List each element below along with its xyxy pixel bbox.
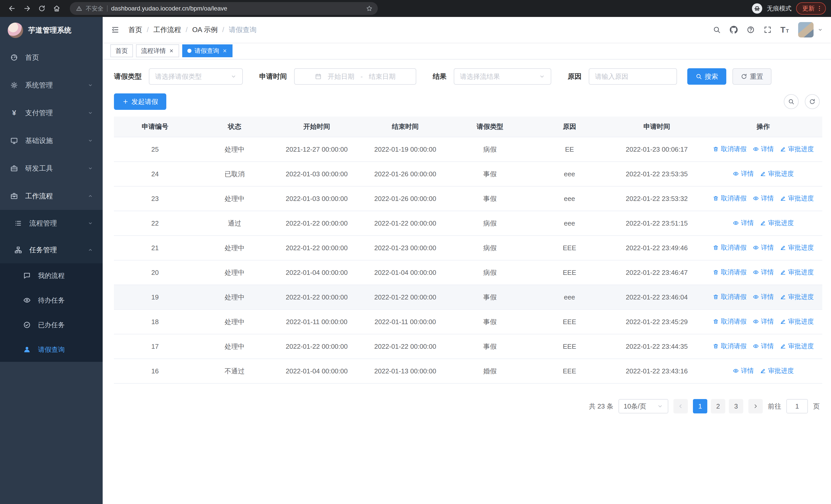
- bookmark-star-icon[interactable]: [366, 5, 373, 12]
- page-button-1[interactable]: 1: [693, 399, 707, 413]
- sidebar-item-my-process[interactable]: 我的流程: [0, 263, 103, 288]
- reset-button[interactable]: 重置: [733, 68, 771, 85]
- action-label: 取消请假: [721, 194, 747, 203]
- search-icon[interactable]: [713, 26, 721, 34]
- sidebar-item-todo-tasks[interactable]: 待办任务: [0, 288, 103, 313]
- collapse-sidebar-button[interactable]: [111, 25, 120, 34]
- help-icon[interactable]: [747, 26, 755, 34]
- cancel-leave-link[interactable]: 取消请假: [713, 293, 747, 301]
- create-leave-button[interactable]: 发起请假: [114, 93, 166, 110]
- detail-link[interactable]: 详情: [733, 169, 754, 178]
- user-avatar[interactable]: [798, 22, 813, 37]
- cancel-leave-link[interactable]: 取消请假: [713, 342, 747, 350]
- sidebar-item-infrastructure[interactable]: 基础设施: [0, 127, 103, 154]
- sidebar-item-leave-query[interactable]: 请假查询: [0, 337, 103, 362]
- page-button-2[interactable]: 2: [711, 399, 725, 413]
- approval-progress-link[interactable]: 审批进度: [760, 169, 794, 178]
- sidebar-item-devtools[interactable]: 研发工具: [0, 154, 103, 182]
- cancel-leave-link[interactable]: 取消请假: [713, 268, 747, 276]
- cell-id: 18: [114, 309, 196, 334]
- result-select[interactable]: 请选择流结果: [454, 68, 551, 85]
- fullscreen-icon[interactable]: [764, 26, 772, 34]
- sidebar-item-process-management[interactable]: 流程管理: [0, 210, 103, 237]
- cancel-leave-link[interactable]: 取消请假: [713, 194, 747, 203]
- sidebar-item-label: 我的流程: [38, 271, 65, 280]
- leave-type-label: 请假类型: [114, 72, 142, 81]
- security-label[interactable]: 不安全: [86, 5, 104, 12]
- sidebar-item-system[interactable]: 系统管理: [0, 71, 103, 99]
- browser-update-button[interactable]: 更新: [796, 2, 826, 14]
- breadcrumb-item[interactable]: 工作流程: [153, 25, 181, 34]
- detail-link[interactable]: 详情: [753, 293, 774, 301]
- goto-page-input[interactable]: [786, 399, 808, 413]
- approval-progress-link[interactable]: 审批进度: [760, 366, 794, 375]
- tab-leave-query[interactable]: 请假查询: [182, 45, 232, 57]
- toggle-search-button[interactable]: [784, 94, 799, 109]
- approval-progress-link[interactable]: 审批进度: [780, 194, 814, 203]
- reload-button[interactable]: [35, 2, 49, 16]
- prev-page-button[interactable]: [674, 399, 688, 413]
- cancel-leave-link[interactable]: 取消请假: [713, 145, 747, 153]
- app-logo[interactable]: 芋道管理系统: [0, 17, 103, 43]
- sidebar-item-task-management[interactable]: 任务管理: [0, 237, 103, 263]
- approval-progress-link[interactable]: 审批进度: [780, 145, 814, 153]
- eye-icon: [753, 244, 759, 251]
- page-size-select[interactable]: 10条/页: [619, 399, 668, 413]
- cell-leave-type: 病假: [450, 211, 530, 236]
- tab-home[interactable]: 首页: [110, 45, 133, 57]
- detail-link[interactable]: 详情: [753, 243, 774, 252]
- plus-icon: [122, 98, 129, 105]
- forward-button[interactable]: [20, 2, 34, 16]
- avatar-caret-icon[interactable]: [818, 27, 823, 32]
- sidebar-item-workflow[interactable]: 工作流程: [0, 182, 103, 210]
- approval-progress-link[interactable]: 审批进度: [760, 219, 794, 227]
- tab-process-detail[interactable]: 流程详情: [136, 45, 179, 57]
- detail-link[interactable]: 详情: [733, 219, 754, 227]
- refresh-table-button[interactable]: [805, 94, 820, 109]
- cancel-leave-link[interactable]: 取消请假: [713, 317, 747, 326]
- next-page-button[interactable]: [748, 399, 763, 413]
- detail-link[interactable]: 详情: [733, 366, 754, 375]
- table-row: 23处理中2022-01-03 00:00:002022-01-26 00:00…: [114, 186, 822, 211]
- cell-reason: eee: [530, 162, 609, 186]
- sidebar-item-home[interactable]: 首页: [0, 43, 103, 71]
- cell-reason: EEE: [530, 236, 609, 260]
- search-button[interactable]: 搜索: [687, 68, 726, 85]
- cell-start-time: 2022-01-03 00:00:00: [273, 186, 360, 211]
- sidebar-item-payment[interactable]: ¥支付管理: [0, 99, 103, 127]
- approval-progress-link[interactable]: 审批进度: [780, 243, 814, 252]
- apply-time-range-picker[interactable]: 开始日期 - 结束日期: [294, 68, 416, 85]
- breadcrumb-item[interactable]: OA 示例: [192, 25, 218, 34]
- address-bar[interactable]: 不安全 dashboard.yudao.iocoder.cn/bpm/oa/le…: [70, 2, 378, 15]
- cancel-leave-link[interactable]: 取消请假: [713, 243, 747, 252]
- action-label: 详情: [761, 145, 774, 153]
- reload-icon: [38, 5, 46, 12]
- cell-status: 处理中: [196, 334, 273, 359]
- detail-link[interactable]: 详情: [753, 317, 774, 326]
- leave-type-select[interactable]: 请选择请假类型: [149, 68, 243, 85]
- approval-progress-link[interactable]: 审批进度: [780, 268, 814, 276]
- approval-progress-link[interactable]: 审批进度: [780, 293, 814, 301]
- close-tab-icon[interactable]: [222, 48, 227, 53]
- browser-menu-dots-icon[interactable]: [816, 5, 823, 12]
- detail-link[interactable]: 详情: [753, 268, 774, 276]
- sidebar-item-done-tasks[interactable]: 已办任务: [0, 313, 103, 337]
- font-size-icon[interactable]: TT: [780, 26, 790, 34]
- close-tab-icon[interactable]: [169, 48, 174, 53]
- breadcrumb-item[interactable]: 首页: [128, 25, 142, 34]
- browser-controls: 无痕模式 更新: [752, 2, 826, 14]
- detail-link[interactable]: 详情: [753, 342, 774, 350]
- back-button[interactable]: [5, 2, 19, 16]
- home-button[interactable]: [50, 2, 64, 16]
- approval-progress-link[interactable]: 审批进度: [780, 317, 814, 326]
- page-button-3[interactable]: 3: [729, 399, 743, 413]
- url-text[interactable]: dashboard.yudao.iocoder.cn/bpm/oa/leave: [111, 5, 227, 12]
- range-separator: -: [361, 72, 363, 81]
- detail-link[interactable]: 详情: [753, 194, 774, 203]
- reason-input[interactable]: 请输入原因: [589, 68, 677, 85]
- github-icon[interactable]: [729, 26, 738, 34]
- chevron-up-icon: [88, 247, 93, 253]
- detail-link[interactable]: 详情: [753, 145, 774, 153]
- approval-progress-link[interactable]: 审批进度: [780, 342, 814, 350]
- result-label: 结果: [433, 72, 447, 81]
